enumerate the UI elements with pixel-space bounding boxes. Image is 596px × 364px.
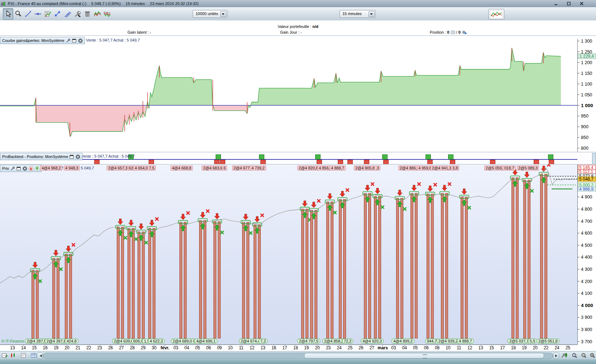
detach-window-icon[interactable] [72,38,77,43]
scroll-right-button[interactable] [553,353,559,359]
close-icon[interactable] [579,1,585,6]
sell-arrow-icon[interactable] [29,166,33,171]
window-price: 5 048,7 (-0,90%) [91,1,121,6]
close-panel-icon[interactable] [78,38,83,43]
settings-tool-button[interactable] [72,8,83,20]
position-settings-gear-icon[interactable] [462,30,467,34]
exit-price-badge: 424,8 [65,339,78,344]
backtest-settings-icon[interactable] [561,352,568,359]
date-label: 13 [261,345,265,350]
maximize-icon[interactable] [566,1,572,6]
trade-bar [180,222,182,338]
scrollbar-thumb[interactable] [304,353,544,359]
candles-view-icon[interactable] [10,352,17,359]
trade-bar [311,210,313,338]
date-label: 20 [315,345,320,350]
gain-jour: Gain Jour : - [280,30,302,34]
position-sheet-icon[interactable] [451,30,455,34]
date-label: 11 [457,345,461,350]
chart-views-button[interactable] [489,9,504,20]
zoom-tool-button[interactable] [13,8,23,20]
units-dropdown-arrow-icon[interactable] [220,11,226,17]
trade-bar [153,228,155,338]
parallel-lines-tool-button[interactable] [62,8,73,20]
detach-window-icon[interactable] [16,166,21,171]
trade-bar [142,232,145,338]
scroll-left-button[interactable] [37,353,43,359]
price-axis-label: 3 700 [581,339,592,344]
trash-icon [83,10,91,18]
date-label: 26 [359,345,363,350]
patterns-tool-button[interactable] [102,8,112,20]
date-label: 19 [522,345,527,350]
trade-bar [69,254,72,338]
date-label: 14 [21,345,26,350]
wrench-icon[interactable] [10,166,15,171]
equity-chart[interactable]: 1 3001 2501 2001 1501 1001 0501 00095090… [0,36,596,152]
exit-price-badge: 5,5 [528,339,537,344]
close-panel-icon[interactable] [23,166,27,171]
backtest-positions-strip[interactable]: ProBacktest - Positions: MonSystème Vent… [0,152,596,164]
delete-tool-button[interactable] [82,8,92,20]
buy-arrow-icon[interactable] [35,166,39,171]
price-special-label: 5 145,4 [579,165,593,170]
trade-bar [364,193,367,338]
date-label: 05 [195,345,200,350]
date-label: 27 [370,345,374,350]
date-label: 06 [206,345,211,350]
date-label: 04 [402,345,407,350]
indicators-tool-button[interactable] [43,8,53,20]
entry-price-badge: 4 739,2 [250,166,266,171]
date-label: 12 [250,345,254,350]
trade-bar [545,174,547,338]
price-special-label: 4 966,9 [579,187,593,192]
units-dropdown[interactable]: 10000 unités [193,10,227,18]
portfolio-value-line: Valeur portefeuille : n/d [0,24,596,29]
trade-bar [441,193,444,338]
strip-scrollbar[interactable] [592,153,596,164]
date-label: 19 [304,345,309,350]
zigzag-tool-button[interactable] [92,8,102,20]
trendline-tool-button[interactable] [23,8,33,20]
entry-price-badge: 2@4 905,8 ,3 [354,166,380,171]
price-axis-label: 4 000 [581,303,593,308]
equity-axis-label: 1 050 [581,92,592,97]
date-label: 10 [446,345,450,350]
date-label: 29 [141,345,145,350]
horizontal-line-tool-button[interactable] [33,8,43,20]
export-chart-icon[interactable] [1,352,9,359]
minimize-icon[interactable] [553,1,559,6]
timeframe-dropdown[interactable]: 15 minutes [340,10,376,18]
gain-latent: Gain latent : - [128,30,151,34]
equity-quote: Vente : 5 047,7 Achat : 5 049,7 [86,38,140,42]
price-chart-panel[interactable]: 4 9004 8004 7004 6004 5004 4004 3004 200… [0,164,596,351]
table-view-icon[interactable] [30,352,37,359]
price-chart[interactable]: 4 9004 8004 7004 6004 5004 4004 3004 200… [0,164,596,351]
zoom-out-icon[interactable] [580,352,587,359]
equity-current-value: 1 229,4 [580,54,594,59]
chart-scrollbar[interactable] [43,353,553,359]
price-tab-label: Prix [2,166,9,171]
positions-panel-tab[interactable]: ProBacktest - Positions: MonSystème [0,153,82,160]
zoom-in-icon[interactable] [589,352,596,359]
wrench-icon[interactable] [66,38,71,43]
close-panel-icon[interactable] [76,154,80,159]
equity-panel-tab[interactable]: Courbe gains&pertes: MonSystème [0,37,85,44]
entry-price-badge: 2@4 820,6 [297,166,319,171]
equity-axis-label: 800 [581,146,588,151]
trade-bar [32,270,34,338]
fibonacci-tool-button[interactable] [52,8,63,20]
news-icon[interactable] [20,352,27,359]
price-panel-tab[interactable]: Prix [0,165,42,172]
cursor-tool-button[interactable] [3,8,13,20]
parallel-lines-icon [64,10,72,18]
zoom-vertical-icon[interactable] [571,352,578,359]
trade-bar [401,198,403,338]
timeframe-dropdown-arrow-icon[interactable] [369,11,375,17]
detach-window-icon[interactable] [69,154,74,159]
equity-curve-panel[interactable]: 1 3001 2501 2001 1501 1001 0501 00095090… [0,35,596,152]
long-position-marker [448,154,453,159]
price-axis-label: 4 700 [581,219,592,224]
patterns-icon [103,10,111,18]
exit-price-badge: 4 622,3 [148,339,165,344]
